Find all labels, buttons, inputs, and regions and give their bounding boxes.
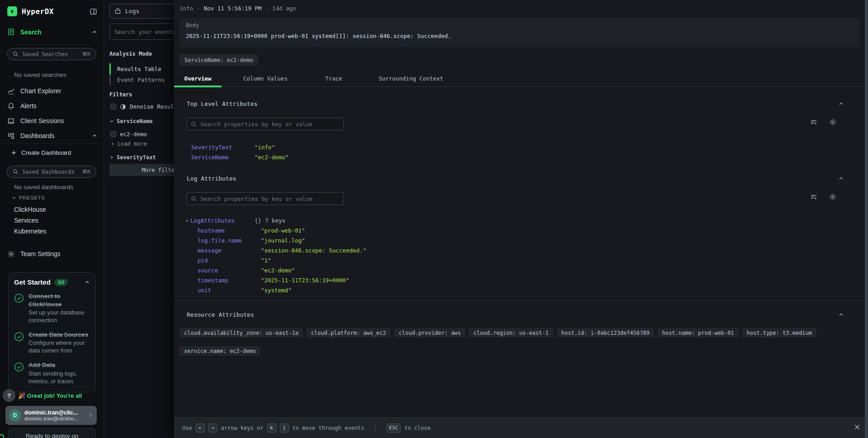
denoise-results-row[interactable]: Denoise Results (110, 103, 181, 110)
facet-value-ec2-demo[interactable]: ec2-demo (110, 131, 147, 138)
chevron-up-icon[interactable] (92, 29, 97, 35)
resource-pill[interactable]: cloud.provider: aws (394, 328, 465, 338)
attribute-key[interactable]: LogAttributes (190, 217, 255, 224)
user-menu[interactable]: D dominic.tran@clic... dominic.tran@clic… (5, 406, 97, 425)
app-title: HyperDX (22, 7, 85, 16)
attribute-value[interactable]: info (255, 144, 275, 151)
sidebar-item-label: Dashboards (20, 132, 86, 139)
chevron-right-icon (88, 413, 93, 418)
caret-down-icon[interactable]: ▾ (186, 218, 190, 223)
facet-severitytext-header[interactable]: SeverityText (109, 154, 156, 161)
gear-icon[interactable] (829, 119, 836, 126)
denoise-checkbox[interactable] (110, 104, 116, 110)
sidebar-item-client-sessions[interactable]: Client Sessions (7, 115, 97, 127)
event-header: info · Nov 11 5:56:19 PM · 14d ago (179, 5, 296, 12)
attribute-value[interactable]: 2025-11-11T23:56:19+0000 (261, 277, 349, 284)
saved-dashboards-input[interactable]: Saved Dashboards ⌘K (7, 166, 96, 178)
sidebar-item-search[interactable]: Search (7, 28, 97, 36)
preset-kubernetes[interactable]: Kubernetes (14, 228, 47, 235)
collapse-section-icon[interactable] (838, 101, 844, 107)
tab-overview[interactable]: Overview (174, 71, 222, 86)
sidebar-item-alerts[interactable]: Alerts (7, 100, 97, 112)
attribute-value[interactable]: session-846.scope: Succeeded. (261, 247, 366, 254)
resource-pill[interactable]: service.name: ec2-demo (179, 346, 260, 356)
attribute-key[interactable]: pid (198, 257, 261, 264)
attribute-key[interactable]: SeverityText (191, 144, 255, 151)
sidebar-item-chart-explorer[interactable]: Chart Explorer (7, 85, 97, 97)
tab-trace[interactable]: Trace (311, 71, 356, 86)
tab-surrounding-context[interactable]: Surrounding Context (368, 71, 454, 86)
deploy-banner[interactable]: Ready to deploy on (8, 428, 96, 438)
resource-pill[interactable]: host.type: t3.medium (742, 328, 817, 338)
attribute-key[interactable]: unit (198, 287, 261, 294)
attribute-key[interactable]: timestamp (198, 277, 261, 284)
section-title: Top Level Attributes (187, 87, 859, 107)
attribute-value[interactable]: 1 (261, 257, 271, 264)
resource-pills: cloud.availability_zone: us-east-1a clou… (179, 328, 858, 356)
chevron-up-icon[interactable] (92, 133, 97, 138)
sidebar-item-dashboards[interactable]: Dashboards (7, 130, 97, 142)
gear-icon[interactable] (829, 193, 836, 200)
divider (0, 143, 104, 143)
saved-searches-input[interactable]: Saved Searches ⌘K (7, 48, 96, 60)
tab-column-values[interactable]: Column Values (231, 71, 299, 86)
preset-services[interactable]: Services (14, 217, 38, 224)
attribute-value[interactable]: prod-web-01 (261, 227, 305, 234)
attribute-value[interactable]: ec2-demo (255, 154, 288, 161)
top-level-rows: SeverityText info ServiceName ec2-demo (179, 142, 859, 162)
attribute-row: source ec2-demo (179, 265, 859, 275)
half-circle-icon (120, 104, 126, 110)
servicename-tag[interactable]: ServiceName: ec2-demo (179, 54, 258, 66)
logo-row: HyperDX (7, 6, 97, 16)
attribute-key[interactable]: log.file.name (198, 237, 261, 244)
section-log-attributes: Log Attributes ▾ LogAttributes {}7 keys (174, 168, 865, 301)
load-more-label: Load more (118, 141, 147, 147)
line-wrap-icon[interactable] (810, 193, 817, 200)
property-search-input[interactable] (200, 195, 340, 202)
get-started-step-add-data[interactable]: Add Data Start sending logs, metrics, or… (14, 361, 90, 385)
saved-searches-placeholder: Saved Searches (22, 51, 79, 57)
sidebar-item-team-settings[interactable]: Team Settings (7, 248, 97, 260)
attribute-key[interactable]: hostname (198, 227, 261, 234)
get-started-step-sources[interactable]: Create Data Sources Configure where your… (14, 331, 90, 355)
resource-pill[interactable]: cloud.region: us-east-1 (469, 328, 553, 338)
attribute-key[interactable]: message (198, 247, 261, 254)
bell-icon (7, 102, 15, 110)
scrollbar[interactable] (865, 0, 868, 438)
collapse-sidebar-icon[interactable] (90, 8, 97, 15)
create-dashboard-button[interactable]: Create Dashboard (11, 149, 71, 156)
resource-pill[interactable]: cloud.platform: aws_ec2 (307, 328, 391, 338)
event-timestamp: Nov 11 5:56:19 PM (204, 5, 262, 12)
key-arrow-right: → (208, 424, 217, 433)
load-more-button[interactable]: Load more (110, 141, 147, 147)
celebration-text: 🎉 Great job! You're all (18, 392, 82, 399)
get-started-step-connect[interactable]: Connect to ClickHouse Set up your databa… (14, 292, 90, 324)
resource-pill[interactable]: host.id: i-0abc123def456789 (557, 328, 654, 338)
help-button[interactable]: ? (3, 389, 15, 402)
attribute-value[interactable]: journal.log (261, 237, 305, 244)
key-j: j (280, 424, 289, 433)
property-search[interactable] (187, 192, 344, 205)
facet-servicename-header[interactable]: ServiceName (109, 118, 152, 124)
check-circle-icon (14, 292, 24, 324)
attribute-value[interactable]: systemd (261, 287, 292, 294)
resource-pill[interactable]: cloud.availability_zone: us-east-1a (179, 328, 303, 338)
presets-toggle[interactable]: PRESETS (12, 195, 45, 200)
resource-pill[interactable]: host.name: prod-web-01 (658, 328, 739, 338)
collapse-section-icon[interactable] (838, 312, 844, 318)
attribute-key[interactable]: source (198, 267, 261, 274)
key-arrow-left: ← (196, 424, 205, 433)
key-k: k (267, 424, 276, 433)
property-search[interactable] (187, 118, 344, 130)
get-started-title: Get Started (14, 278, 51, 286)
attribute-key[interactable]: ServiceName (191, 154, 255, 161)
property-search-input[interactable] (200, 121, 340, 128)
facet-checkbox[interactable] (110, 131, 116, 137)
check-circle-icon (14, 361, 24, 385)
chevron-up-icon[interactable] (85, 280, 90, 285)
line-wrap-icon[interactable] (810, 119, 817, 126)
collapse-section-icon[interactable] (838, 176, 844, 181)
attribute-value[interactable]: ec2-demo (261, 267, 295, 274)
preset-clickhouse[interactable]: ClickHouse (14, 206, 46, 213)
close-icon[interactable] (854, 424, 861, 431)
